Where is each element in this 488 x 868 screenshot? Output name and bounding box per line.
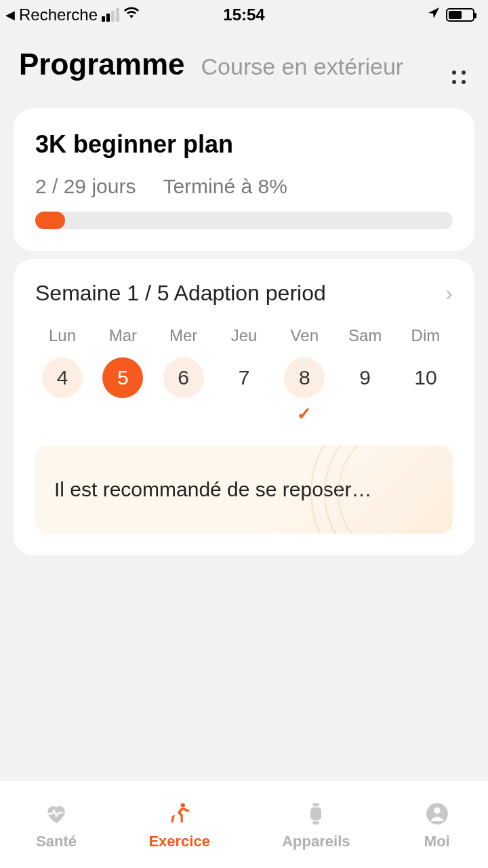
nav-label: Santé	[36, 833, 77, 850]
day-number: 7	[224, 357, 264, 398]
person-icon	[422, 799, 452, 829]
nav-santé[interactable]: Santé	[36, 799, 77, 850]
day-ven[interactable]: Ven8✓	[277, 326, 331, 421]
day-number: 4	[42, 357, 83, 398]
status-back[interactable]: ◀ Recherche	[5, 5, 140, 24]
tab-course-exterieur[interactable]: Course en extérieur	[201, 54, 432, 80]
week-card: Semaine 1 / 5 Adaption period › Lun4Mar5…	[14, 259, 474, 555]
day-mer[interactable]: Mer6	[157, 326, 211, 421]
day-dim[interactable]: Dim10	[399, 326, 453, 421]
plan-completion: Terminé à 8%	[163, 175, 287, 198]
wifi-icon	[123, 6, 140, 24]
svg-rect-2	[313, 803, 320, 806]
status-bar: ◀ Recherche 15:54	[0, 0, 488, 27]
chevron-right-icon: ›	[445, 281, 453, 306]
status-back-label: Recherche	[19, 5, 98, 24]
day-label: Mar	[109, 326, 137, 345]
nav-label: Exercice	[148, 833, 210, 850]
day-number: 9	[345, 357, 386, 398]
menu-dots-icon[interactable]	[449, 71, 469, 84]
check-icon: ✓	[297, 403, 312, 421]
day-label: Ven	[291, 326, 319, 345]
page-header: Programme Course en extérieur	[0, 27, 488, 100]
day-number: 6	[163, 357, 204, 398]
day-number: 10	[405, 357, 446, 398]
signal-icon	[102, 8, 119, 22]
day-label: Jeu	[231, 326, 258, 345]
svg-point-0	[180, 803, 184, 807]
plan-progress-fill	[35, 212, 65, 229]
day-number: 5	[102, 357, 143, 398]
week-header[interactable]: Semaine 1 / 5 Adaption period ›	[35, 281, 453, 306]
day-number: 8	[284, 357, 325, 398]
status-time: 15:54	[223, 5, 264, 24]
plan-progress	[35, 212, 453, 229]
day-label: Lun	[49, 326, 76, 345]
runner-icon	[165, 799, 195, 829]
nav-exercice[interactable]: Exercice	[148, 799, 210, 850]
svg-rect-3	[313, 821, 320, 825]
day-label: Sam	[348, 326, 382, 345]
plan-days: 2 / 29 jours	[35, 175, 136, 198]
day-label: Mer	[169, 326, 197, 345]
nav-moi[interactable]: Moi	[422, 799, 452, 850]
battery-icon	[446, 8, 474, 22]
day-lun[interactable]: Lun4	[35, 326, 89, 421]
nav-appareils[interactable]: Appareils	[282, 799, 350, 850]
heart-icon	[41, 799, 71, 829]
day-label: Dim	[411, 326, 441, 345]
svg-rect-1	[310, 807, 321, 820]
svg-point-5	[434, 807, 441, 814]
back-triangle-icon: ◀	[5, 7, 15, 22]
day-jeu[interactable]: Jeu7	[217, 326, 271, 421]
location-icon	[427, 6, 441, 24]
plan-card[interactable]: 3K beginner plan 2 / 29 jours Terminé à …	[14, 108, 474, 251]
nav-label: Moi	[424, 833, 450, 850]
day-mar[interactable]: Mar5	[96, 326, 150, 421]
bottom-nav: SantéExerciceAppareilsMoi	[0, 780, 488, 868]
week-title: Semaine 1 / 5 Adaption period	[35, 281, 326, 306]
day-sam[interactable]: Sam9	[338, 326, 392, 421]
days-row: Lun4Mar5Mer6Jeu7Ven8✓Sam9Dim10	[35, 326, 453, 421]
decorative-arcs	[304, 446, 453, 534]
plan-title: 3K beginner plan	[35, 130, 453, 159]
tab-programme[interactable]: Programme	[19, 47, 185, 81]
nav-label: Appareils	[282, 833, 350, 850]
watch-icon	[301, 799, 331, 829]
tip-card[interactable]: Il est recommandé de se reposer…	[35, 446, 453, 534]
